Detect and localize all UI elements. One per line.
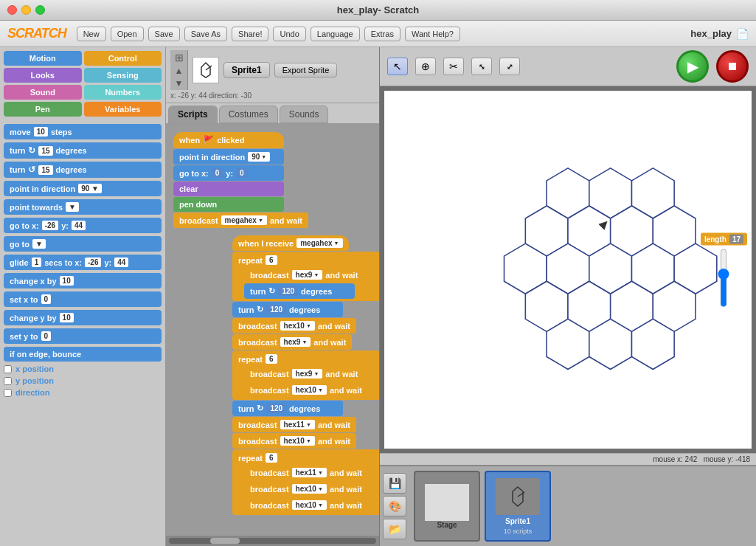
sprite-name-button[interactable]: Sprite1 xyxy=(223,62,270,78)
checkbox-x-position[interactable]: x position xyxy=(4,364,162,373)
block-turn-ccw[interactable]: turn ↺ 15 degrees xyxy=(4,162,162,178)
turn-120-block-1[interactable]: turn ↻ 120 degrees xyxy=(244,283,355,299)
add-sprite-button[interactable]: 💾 xyxy=(383,473,406,494)
stop-button[interactable]: ⏹ xyxy=(716,50,749,83)
hex9-dd-2[interactable]: hex9 xyxy=(280,337,311,347)
hex10-dd-3[interactable]: hex10 xyxy=(280,436,315,446)
broadcast-hex9-block-3[interactable]: broadcast hex9 and wait xyxy=(244,366,364,381)
block-point-direction[interactable]: point in direction 90 ▼ xyxy=(4,181,162,196)
maximize-button[interactable] xyxy=(35,5,45,15)
sprite1-thumbnail[interactable]: Sprite1 10 scripts xyxy=(485,471,551,542)
block-if-edge[interactable]: if on edge, bounce xyxy=(4,347,162,362)
category-variables[interactable]: Variables xyxy=(84,102,162,117)
hex11-dd-2[interactable]: hex11 xyxy=(292,468,327,477)
block-move[interactable]: move 10 steps xyxy=(4,124,162,139)
repeat-header-3[interactable]: repeat 6 xyxy=(238,451,379,465)
repeat-header-1[interactable]: repeat 6 xyxy=(238,253,379,267)
export-sprite-button[interactable]: Export Sprite xyxy=(274,63,338,77)
grow-tool[interactable]: ⤡ xyxy=(471,58,492,75)
block-set-y[interactable]: set y to 0 xyxy=(4,328,162,344)
broadcast-dd[interactable]: megahex xyxy=(221,215,267,225)
scroll-track xyxy=(169,538,376,544)
checkbox-y-position[interactable]: y position xyxy=(4,376,162,385)
tab-scripts[interactable]: Scripts xyxy=(168,106,218,123)
broadcast-hex10-block-3[interactable]: broadcast hex10 and wait xyxy=(232,433,356,449)
category-pen[interactable]: Pen xyxy=(4,102,82,117)
close-button[interactable] xyxy=(7,5,17,15)
pen-down-block[interactable]: pen down xyxy=(173,197,284,212)
script-area[interactable]: when 🚩 clicked point in direction 90 go … xyxy=(166,125,379,536)
check-x-position[interactable] xyxy=(4,365,12,373)
broadcast-hex11-block-2[interactable]: broadcast hex11 and wait xyxy=(244,465,368,480)
repeat-val-1: 6 xyxy=(266,255,277,265)
broadcast-hex11-block-1[interactable]: broadcast hex11 and wait xyxy=(232,417,356,432)
language-button[interactable]: Language xyxy=(311,27,360,41)
receive-dd[interactable]: megahex xyxy=(296,238,342,248)
direction-dropdown[interactable]: 90 xyxy=(248,152,270,162)
undo-button[interactable]: Undo xyxy=(273,27,305,41)
hex10-dd-4[interactable]: hex10 xyxy=(292,484,327,494)
tab-sounds[interactable]: Sounds xyxy=(280,106,329,123)
y-val: 0 xyxy=(236,168,248,178)
block-go-to-xy[interactable]: go to x: -26 y: 44 xyxy=(4,218,162,233)
category-sensing[interactable]: Sensing xyxy=(84,68,162,83)
paint-sprite-button[interactable]: 🎨 xyxy=(383,496,406,516)
block-change-x[interactable]: change x by 10 xyxy=(4,273,162,288)
tab-costumes[interactable]: Costumes xyxy=(219,106,278,123)
save-button[interactable]: Save xyxy=(148,27,180,41)
when-receive-block[interactable]: when I receive megahex xyxy=(232,235,349,251)
clear-block[interactable]: clear xyxy=(173,182,284,196)
category-looks[interactable]: Looks xyxy=(4,68,82,83)
save-as-button[interactable]: Save As xyxy=(184,27,227,41)
length-slider[interactable] xyxy=(717,248,730,307)
broadcast-hex10-block-2[interactable]: broadcast hex10 and wait xyxy=(244,382,368,398)
hex9-dd-1[interactable]: hex9 xyxy=(292,270,323,280)
block-go-to[interactable]: go to ▼ xyxy=(4,236,162,252)
when-clicked-block[interactable]: when 🚩 clicked xyxy=(173,132,284,148)
hex10-dd-1[interactable]: hex10 xyxy=(280,321,315,331)
block-change-y[interactable]: change y by 10 xyxy=(4,310,162,325)
hex9-dd-3[interactable]: hex9 xyxy=(292,369,323,379)
turn-120-block-2[interactable]: turn ↻ 120 degrees xyxy=(232,302,343,317)
broadcast-hex10-block-1[interactable]: broadcast hex10 and wait xyxy=(232,318,356,334)
category-sound[interactable]: Sound xyxy=(4,85,82,100)
broadcast-hex10-block-4[interactable]: broadcast hex10 and wait xyxy=(244,481,368,497)
checkbox-direction[interactable]: direction xyxy=(4,388,162,397)
import-sprite-button[interactable]: 📂 xyxy=(383,519,406,539)
point-direction-block[interactable]: point in direction 90 xyxy=(173,149,284,165)
help-button[interactable]: Want Help? xyxy=(405,27,460,41)
category-motion[interactable]: Motion xyxy=(4,51,82,66)
hex10-dd-2[interactable]: hex10 xyxy=(292,385,327,395)
category-numbers[interactable]: Numbers xyxy=(84,85,162,100)
broadcast-hex9-block-1[interactable]: broadcast hex9 and wait xyxy=(244,267,364,283)
repeat-header-2[interactable]: repeat 6 xyxy=(238,352,379,366)
duplicate-tool[interactable]: ⊕ xyxy=(415,58,436,75)
turn-120-block-3[interactable]: turn ↻ 120 degrees xyxy=(232,401,343,416)
shrink-tool[interactable]: ⤢ xyxy=(499,58,520,75)
extras-button[interactable]: Extras xyxy=(364,27,400,41)
go-button[interactable]: ▶ xyxy=(676,50,709,83)
new-button[interactable]: New xyxy=(77,27,106,41)
scissors-tool[interactable]: ✂ xyxy=(443,58,464,75)
share-button[interactable]: Share! xyxy=(232,27,268,41)
scroll-thumb[interactable] xyxy=(210,538,240,544)
go-to-xy-block[interactable]: go to x: 0 y: 0 xyxy=(173,165,284,181)
check-y-position[interactable] xyxy=(4,377,12,385)
block-glide[interactable]: glide 1 secs to x: -26 y: 44 xyxy=(4,255,162,270)
length-label-badge: length 17 xyxy=(701,232,747,245)
broadcast-megahex-block[interactable]: broadcast megahex and wait xyxy=(173,212,308,228)
hex11-dd-1[interactable]: hex11 xyxy=(280,420,315,429)
category-control[interactable]: Control xyxy=(84,51,162,66)
scroll-bar[interactable] xyxy=(166,536,379,546)
check-direction[interactable] xyxy=(4,389,12,397)
block-turn-cw[interactable]: turn ↻ 15 degrees xyxy=(4,142,162,159)
block-point-towards[interactable]: point towards ▼ xyxy=(4,199,162,215)
block-set-x[interactable]: set x to 0 xyxy=(4,291,162,307)
minimize-button[interactable] xyxy=(21,5,31,15)
open-button[interactable]: Open xyxy=(111,27,144,41)
cursor-tool[interactable]: ↖ xyxy=(387,58,408,75)
broadcast-hex10-block-5[interactable]: broadcast hex10 and wait xyxy=(244,497,368,513)
hex10-dd-5[interactable]: hex10 xyxy=(292,500,327,510)
stage-thumbnail[interactable]: Stage xyxy=(414,471,480,542)
broadcast-hex9-block-2[interactable]: broadcast hex9 and wait xyxy=(232,334,352,350)
